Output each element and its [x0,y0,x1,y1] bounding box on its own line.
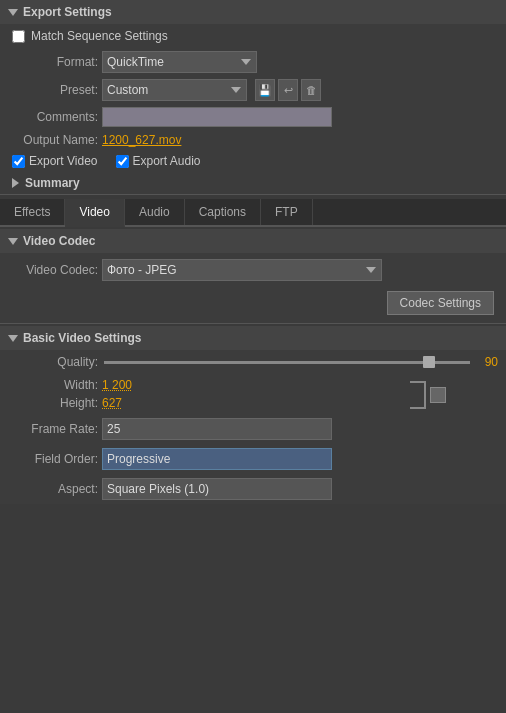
aspect-select[interactable]: Square Pixels (1.0) [102,478,332,500]
quality-slider[interactable] [104,361,470,364]
frame-rate-select[interactable]: 25 [102,418,332,440]
frame-rate-row: Frame Rate: 25 [0,414,506,444]
tab-video[interactable]: Video [65,199,124,227]
video-codec-header: Video Codec [0,229,506,253]
codec-settings-button[interactable]: Codec Settings [387,291,494,315]
quality-slider-container [104,354,470,370]
export-settings-panel: Export Settings Match Sequence Settings … [0,0,506,194]
output-name-link[interactable]: 1200_627.mov [102,133,181,147]
tab-ftp-label: FTP [275,205,298,219]
format-label: Format: [8,55,98,69]
tab-effects[interactable]: Effects [0,199,65,225]
dimensions-group: Width: 1 200 Height: 627 [0,376,410,412]
basic-video-header: Basic Video Settings [0,326,506,350]
tab-captions-label: Captions [199,205,246,219]
match-sequence-checkbox[interactable] [12,30,25,43]
link-ratio-control [410,378,446,412]
export-checks-row: Export Video Export Audio [0,150,506,172]
export-audio-checkbox[interactable] [116,155,129,168]
divider2 [0,323,506,324]
width-row: Width: 1 200 [0,376,410,394]
codec-settings-label: Codec Settings [400,296,481,310]
height-row: Height: 627 [0,394,410,412]
preset-row: Preset: Custom 💾 ↩ 🗑 [0,76,506,104]
link-ratio-checkbox[interactable] [430,387,446,403]
video-codec-collapse-icon[interactable] [8,238,18,245]
export-audio-check: Export Audio [116,154,201,168]
match-sequence-label: Match Sequence Settings [31,29,168,43]
codec-row: Video Codec: Фото - JPEG [0,253,506,287]
tab-ftp[interactable]: FTP [261,199,313,225]
output-name-row: Output Name: 1200_627.mov [0,130,506,150]
export-audio-label: Export Audio [133,154,201,168]
export-video-check: Export Video [12,154,98,168]
field-order-row: Field Order: Progressive [0,444,506,474]
basic-video-title: Basic Video Settings [23,331,141,345]
save-preset-button[interactable]: 💾 [255,79,275,101]
tab-audio[interactable]: Audio [125,199,185,225]
summary-collapse-icon [12,178,19,188]
preset-label: Preset: [8,83,98,97]
delete-preset-button[interactable]: 🗑 [301,79,321,101]
video-codec-title: Video Codec [23,234,95,248]
quality-row: Quality: 90 [0,350,506,374]
format-row: Format: QuickTime [0,48,506,76]
video-codec-section: Video Codec Video Codec: Фото - JPEG Cod… [0,229,506,323]
tab-effects-label: Effects [14,205,50,219]
link-bracket [410,381,426,409]
tab-video-label: Video [79,205,109,219]
summary-row[interactable]: Summary [0,172,506,194]
comments-label: Comments: [8,110,98,124]
comments-input[interactable] [102,107,332,127]
field-order-select[interactable]: Progressive [102,448,332,470]
export-video-checkbox[interactable] [12,155,25,168]
collapse-icon[interactable] [8,9,18,16]
frame-rate-label: Frame Rate: [8,422,98,436]
export-settings-title: Export Settings [23,5,112,19]
codec-settings-row: Codec Settings [0,287,506,323]
export-settings-header: Export Settings [0,0,506,24]
preset-select[interactable]: Custom [102,79,247,101]
basic-video-settings-section: Basic Video Settings Quality: 90 Width: … [0,326,506,504]
aspect-label: Aspect: [8,482,98,496]
tab-captions[interactable]: Captions [185,199,261,225]
summary-label: Summary [25,176,80,190]
codec-label: Video Codec: [8,263,98,277]
tab-audio-label: Audio [139,205,170,219]
basic-video-collapse-icon[interactable] [8,335,18,342]
codec-select[interactable]: Фото - JPEG [102,259,382,281]
output-name-label: Output Name: [8,133,98,147]
preset-icons: 💾 ↩ 🗑 [255,79,321,101]
match-sequence-row: Match Sequence Settings [0,24,506,48]
quality-label: Quality: [8,355,98,369]
field-order-label: Field Order: [8,452,98,466]
format-select[interactable]: QuickTime [102,51,257,73]
quality-value: 90 [476,355,498,369]
comments-row: Comments: [0,104,506,130]
tabs-bar: Effects Video Audio Captions FTP [0,199,506,227]
divider [0,194,506,195]
import-preset-button[interactable]: ↩ [278,79,298,101]
height-label: Height: [8,396,98,410]
width-value[interactable]: 1 200 [102,378,142,392]
width-label: Width: [8,378,98,392]
aspect-row: Aspect: Square Pixels (1.0) [0,474,506,504]
height-value[interactable]: 627 [102,396,142,410]
export-video-label: Export Video [29,154,98,168]
